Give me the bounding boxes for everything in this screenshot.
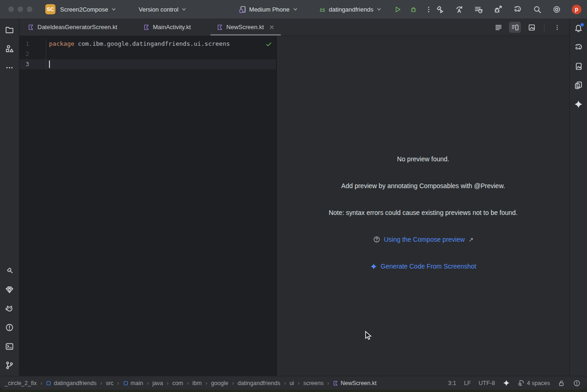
- breadcrumb-item[interactable]: datingandfriends: [238, 380, 280, 386]
- indent-widget[interactable]: 4 spaces: [518, 380, 550, 386]
- inspections-ok-icon[interactable]: [265, 41, 272, 48]
- title-bar: SC Screen2Compose Version control Medium…: [0, 0, 587, 18]
- version-control-menu[interactable]: Version control: [139, 6, 187, 13]
- breadcrumb-item[interactable]: screens: [303, 380, 324, 386]
- android-icon: [318, 6, 326, 13]
- compose-preview-docs-link[interactable]: Using the Compose preview ↗: [373, 236, 474, 243]
- window-close-button[interactable]: [8, 6, 14, 12]
- project-tool-button[interactable]: [4, 24, 16, 36]
- code-line[interactable]: 2: [19, 49, 276, 59]
- indent-settings-icon: [518, 380, 525, 386]
- encoding-widget[interactable]: UTF-8: [479, 380, 495, 386]
- tab-label: NewScreen.kt: [226, 24, 264, 31]
- project-menu[interactable]: Screen2Compose: [60, 6, 116, 13]
- breadcrumb-item[interactable]: datingandfriends: [46, 380, 96, 386]
- search-everywhere-button[interactable]: [533, 5, 542, 14]
- version-control-tool-button[interactable]: [4, 359, 16, 371]
- split-view-button[interactable]: [509, 22, 521, 33]
- device-selector[interactable]: Medium Phone: [238, 6, 298, 13]
- running-devices-icon: [574, 62, 583, 71]
- design-view-button[interactable]: [526, 22, 538, 33]
- running-devices-tool-button[interactable]: [573, 60, 585, 72]
- apply-code-changes-button[interactable]: [474, 5, 483, 14]
- build-project-button[interactable]: [435, 5, 444, 14]
- breadcrumb-item[interactable]: src: [106, 380, 114, 386]
- code-token: com.ibm.google.datingandfriends.ui.scree…: [74, 40, 230, 47]
- line-number: 1: [19, 39, 46, 49]
- kotlin-file-icon: [217, 24, 223, 31]
- gemini-tool-button[interactable]: [4, 283, 16, 295]
- generate-code-from-screenshot-link[interactable]: Generate Code From Screenshot: [370, 263, 477, 270]
- breadcrumb-separator: ›: [167, 380, 169, 386]
- breadcrumb-item[interactable]: java: [153, 380, 163, 386]
- kotlin-file-icon: [28, 24, 34, 31]
- gradle-tool-button[interactable]: [573, 41, 585, 53]
- generate-link-label: Generate Code From Screenshot: [381, 263, 477, 270]
- tab-dateideasgeneratorscreen[interactable]: DateIdeasGeneratorScreen.kt: [20, 18, 125, 36]
- text-caret: [49, 61, 50, 68]
- breadcrumb-item[interactable]: google: [211, 380, 228, 386]
- breadcrumb-separator: ›: [298, 380, 300, 386]
- breadcrumb-item[interactable]: NewScreen.kt: [333, 380, 377, 386]
- breadcrumb-separator: ›: [232, 380, 234, 386]
- run-configuration-selector[interactable]: datingandfriends: [318, 6, 382, 13]
- folder-icon: [5, 25, 14, 34]
- window-zoom-button[interactable]: [27, 6, 32, 12]
- left-tool-window-bar: [0, 18, 19, 376]
- breadcrumb-separator: ›: [284, 380, 286, 386]
- terminal-tool-button[interactable]: [4, 340, 16, 352]
- close-tab-icon[interactable]: [269, 24, 275, 30]
- build-tool-button[interactable]: [4, 264, 16, 276]
- editor-options-button[interactable]: [551, 22, 563, 33]
- gem-icon: [5, 285, 14, 294]
- chevron-down-icon: [111, 6, 116, 12]
- notifications-button[interactable]: [573, 22, 585, 34]
- code-line[interactable]: 1 package com.ibm.google.datingandfriend…: [19, 39, 276, 49]
- code-view-button[interactable]: [492, 22, 504, 33]
- structure-tool-button[interactable]: [4, 43, 16, 55]
- line-number: 3: [19, 59, 46, 69]
- apply-changes-button[interactable]: [455, 5, 464, 14]
- problems-tool-button[interactable]: [4, 321, 16, 333]
- caret-position-widget[interactable]: 3:1: [448, 380, 456, 386]
- breadcrumb-separator: ›: [40, 380, 42, 386]
- breadcrumb-separator: ›: [100, 380, 102, 386]
- breadcrumb-separator: ›: [147, 380, 149, 386]
- code-view-icon: [495, 24, 502, 31]
- code-line-current[interactable]: 3: [19, 59, 276, 69]
- cat-icon: [5, 304, 14, 313]
- code-text: package com.ibm.google.datingandfriends.…: [46, 39, 230, 49]
- notification-badge: [581, 23, 584, 26]
- attach-debugger-button[interactable]: [494, 5, 502, 14]
- run-configuration-label: datingandfriends: [329, 6, 373, 13]
- status-info-icon[interactable]: [573, 380, 581, 387]
- more-vertical-icon: [554, 24, 561, 31]
- run-button[interactable]: [394, 6, 402, 13]
- logcat-tool-button[interactable]: [4, 302, 16, 314]
- tab-newscreen[interactable]: NewScreen.kt: [209, 18, 282, 36]
- debug-button[interactable]: [410, 6, 417, 13]
- breadcrumb-item[interactable]: ibm: [192, 380, 202, 386]
- breadcrumb-item[interactable]: main: [123, 380, 143, 386]
- git-branch-icon: [5, 361, 14, 370]
- more-actions-button[interactable]: [425, 6, 432, 13]
- code-editor[interactable]: 1 package com.ibm.google.datingandfriend…: [19, 36, 276, 376]
- write-access-lock-icon[interactable]: [558, 380, 565, 387]
- user-avatar[interactable]: p: [572, 5, 581, 14]
- more-tool-windows-button[interactable]: [4, 61, 16, 74]
- gradle-sync-button[interactable]: [513, 5, 522, 14]
- device-manager-tool-button[interactable]: [573, 79, 585, 91]
- gemini-sparkle-tool-button[interactable]: [573, 98, 585, 110]
- breadcrumb-separator: ›: [327, 380, 329, 386]
- breadcrumb-item[interactable]: ui: [289, 380, 294, 386]
- design-view-icon: [528, 24, 536, 31]
- breadcrumb-item[interactable]: _circle_2_fix: [5, 380, 37, 386]
- breadcrumb-item[interactable]: com: [172, 380, 183, 386]
- version-control-label: Version control: [139, 6, 178, 13]
- ai-sparkle-status-icon[interactable]: [503, 380, 510, 386]
- line-separator-widget[interactable]: LF: [464, 380, 471, 386]
- window-minimize-button[interactable]: [18, 6, 23, 12]
- settings-button[interactable]: [552, 5, 561, 14]
- preview-message-add-preview: Add preview by annotating Composables wi…: [341, 182, 505, 190]
- tab-mainactivity[interactable]: MainActivity.kt: [136, 18, 198, 36]
